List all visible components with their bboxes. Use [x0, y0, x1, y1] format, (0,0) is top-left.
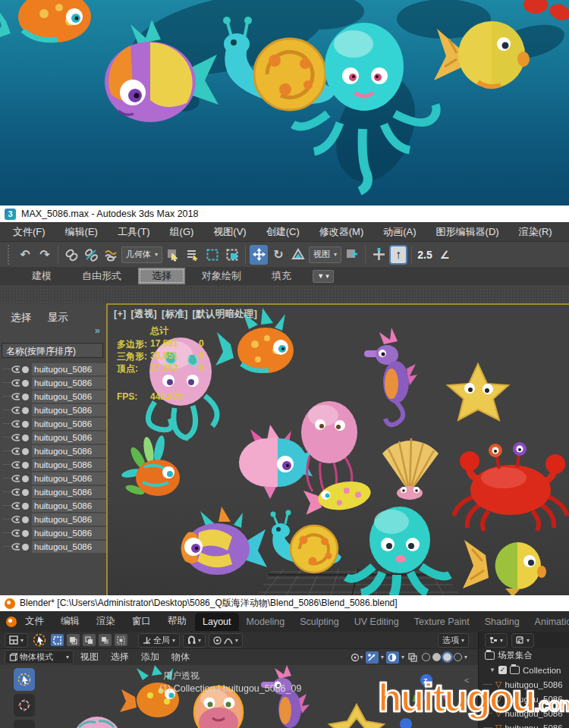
outliner-display-mode-button[interactable]: ▾	[485, 633, 508, 648]
max-menu-modifiers[interactable]: 修改器(M)	[310, 225, 374, 239]
max-viewport[interactable]: [+][透视][标准][默认明暗处理] 总计 多边形: 17,551 0 三角形…	[106, 303, 569, 595]
snapping-dropdown[interactable]: ▾	[183, 633, 206, 648]
eye-icon[interactable]	[11, 420, 20, 428]
frozen-dot-icon[interactable]	[22, 489, 29, 496]
ribbon-tab-modeling[interactable]: 建模	[18, 268, 65, 284]
shading-material-icon[interactable]	[443, 653, 451, 661]
frozen-dot-icon[interactable]	[22, 394, 29, 400]
select-intersect-mode-icon[interactable]	[115, 634, 127, 646]
workspace-tab-modeling[interactable]: Modeling	[239, 613, 293, 631]
max-menu-group[interactable]: 组(G)	[160, 225, 204, 239]
viewport-menu-view[interactable]: [透视]	[131, 309, 158, 319]
frozen-dot-icon[interactable]	[22, 366, 29, 373]
show-gizmo-icon[interactable]	[366, 651, 379, 664]
eye-icon[interactable]	[11, 434, 20, 441]
cursor-tool-button[interactable]	[14, 694, 35, 717]
eye-icon[interactable]	[11, 393, 20, 400]
bl-menu-add[interactable]: 添加	[136, 651, 165, 664]
expand-chevrons-icon[interactable]: »	[95, 325, 100, 336]
select-extend-mode-icon[interactable]	[67, 634, 80, 646]
viewport-menu-plus[interactable]: [+]	[114, 309, 127, 319]
explorer-tab-select[interactable]: 选择	[11, 311, 31, 325]
ribbon-minimize-dropdown[interactable]: ▼▾	[313, 270, 334, 283]
show-overlays-icon[interactable]	[386, 651, 399, 664]
editor-type-button[interactable]: ▾	[5, 633, 28, 648]
options-dropdown[interactable]: 选项▾	[438, 633, 469, 648]
frozen-dot-icon[interactable]	[22, 544, 29, 551]
frozen-dot-icon[interactable]	[22, 530, 29, 537]
list-item[interactable]: huitugou_5086	[0, 417, 106, 431]
select-manipulate-icon[interactable]	[369, 245, 388, 265]
viewport-menu-shading[interactable]: [默认明暗处理]	[193, 309, 258, 319]
bl-menu-help[interactable]: 帮助	[159, 615, 195, 628]
undo-icon[interactable]: ↶	[16, 245, 34, 265]
frozen-dot-icon[interactable]	[22, 475, 29, 482]
max-menu-tools[interactable]: 工具(T)	[108, 225, 160, 239]
eye-icon[interactable]	[11, 447, 20, 455]
eye-icon[interactable]	[11, 516, 20, 523]
outliner-object[interactable]: ▽ huitugou_5086	[479, 720, 569, 728]
select-and-link-icon[interactable]	[62, 245, 80, 265]
select-box-mode-icon[interactable]	[51, 634, 64, 646]
toolbar-drag-handle[interactable]	[8, 245, 12, 265]
max-menu-graph-editors[interactable]: 图形编辑器(D)	[426, 225, 509, 239]
frozen-dot-icon[interactable]	[22, 421, 29, 428]
bl-menu-edit[interactable]: 编辑	[52, 615, 88, 628]
outliner-filter-button[interactable]: ▾	[511, 633, 534, 648]
eye-icon[interactable]	[11, 543, 20, 551]
ribbon-tab-populate[interactable]: 填充	[258, 268, 305, 284]
ribbon-tab-selection[interactable]: 选择	[138, 268, 185, 284]
select-difference-mode-icon[interactable]	[99, 634, 112, 646]
bl-menu-window[interactable]: 窗口	[124, 615, 159, 628]
viewport-menu-standard[interactable]: [标准]	[162, 309, 188, 319]
move-tool-icon[interactable]	[250, 245, 268, 265]
workspace-tab-shading[interactable]: Shading	[477, 613, 527, 631]
shading-rendered-icon[interactable]	[454, 653, 462, 661]
bl-menu-file[interactable]: 文件	[17, 615, 52, 628]
frozen-dot-icon[interactable]	[22, 380, 29, 387]
angle-snap-icon[interactable]: ∠	[435, 245, 454, 265]
list-item[interactable]: huitugou_5086	[0, 376, 106, 390]
frozen-dot-icon[interactable]	[22, 448, 29, 455]
scale-tool-icon[interactable]	[289, 245, 307, 265]
collapse-triangle-icon[interactable]: ▼	[489, 667, 495, 673]
bl-menu-view[interactable]: 视图	[75, 651, 104, 664]
snap-toggle-25-icon[interactable]: 2.5	[416, 245, 434, 265]
list-sort-header[interactable]: 名称(按降序排序)	[2, 343, 103, 358]
max-menu-animation[interactable]: 动画(A)	[373, 225, 426, 239]
xray-toggle-icon[interactable]	[407, 651, 420, 664]
bl-menu-select[interactable]: 选择	[105, 651, 134, 664]
list-item[interactable]: huitugou_5086	[0, 403, 106, 417]
eye-icon[interactable]	[11, 366, 20, 373]
unlink-selection-icon[interactable]	[82, 245, 100, 265]
keyboard-shortcut-override-icon[interactable]: ↑	[389, 245, 407, 265]
workspace-tab-sculpting[interactable]: Sculpting	[292, 613, 346, 631]
max-menu-views[interactable]: 视图(V)	[203, 225, 256, 239]
list-item[interactable]: huitugou_5086	[0, 444, 106, 458]
list-item[interactable]: huitugou_5086	[0, 499, 106, 513]
eye-icon[interactable]	[11, 529, 20, 537]
max-menu-file[interactable]: 文件(F)	[3, 225, 55, 239]
select-subtract-mode-icon[interactable]	[83, 634, 96, 646]
bl-menu-object[interactable]: 物体	[166, 651, 195, 664]
max-menu-edit[interactable]: 编辑(E)	[55, 225, 108, 239]
frozen-dot-icon[interactable]	[22, 462, 29, 469]
shading-wireframe-icon[interactable]	[422, 653, 430, 661]
eye-icon[interactable]	[11, 379, 20, 387]
collection-checkbox[interactable]: ✓	[498, 666, 507, 674]
frozen-dot-icon[interactable]	[22, 516, 29, 523]
list-item[interactable]: huitugou_5086	[0, 485, 106, 499]
blender-menu-icon[interactable]	[6, 617, 17, 627]
workspace-tab-uvediting[interactable]: UV Editing	[347, 613, 407, 631]
use-pivot-point-icon[interactable]	[343, 245, 361, 265]
move-tool-button[interactable]	[14, 720, 35, 728]
max-menu-create[interactable]: 创建(C)	[256, 225, 310, 239]
eye-icon[interactable]	[11, 461, 20, 469]
select-by-name-icon[interactable]	[184, 245, 202, 265]
shading-solid-icon[interactable]	[432, 653, 441, 661]
window-crossing-icon[interactable]	[223, 245, 241, 265]
pivot-point-dropdown[interactable]: ▾	[351, 651, 363, 664]
eye-icon[interactable]	[11, 475, 20, 482]
max-menu-rendering[interactable]: 渲染(R)	[509, 225, 562, 239]
outliner-scene-collection[interactable]: 场景集合	[479, 648, 569, 663]
